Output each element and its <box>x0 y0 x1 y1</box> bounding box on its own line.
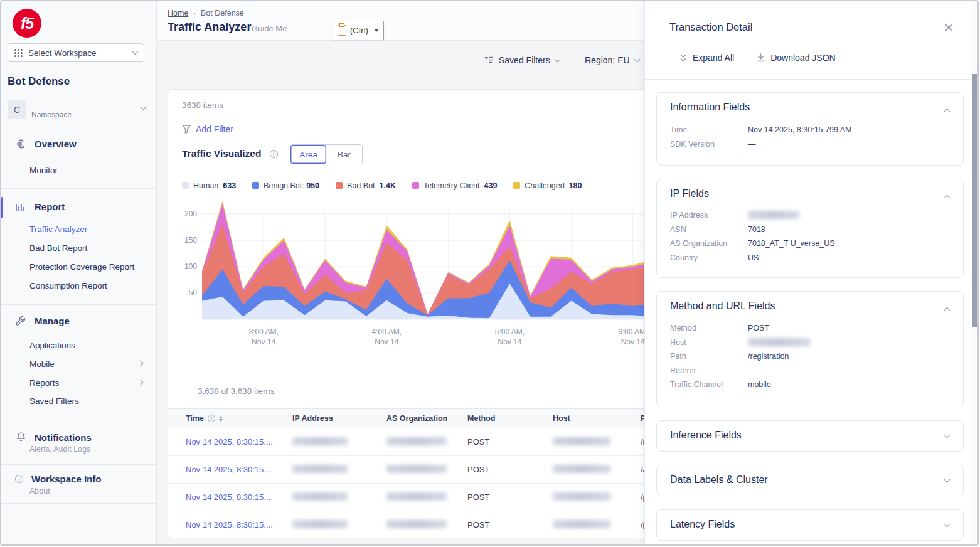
col-time[interactable]: Time <box>186 414 204 423</box>
svg-text:5:00 AM,: 5:00 AM, <box>495 327 525 336</box>
legend-item[interactable]: Benign Bot: 950 <box>252 181 319 190</box>
row-ip <box>292 520 386 530</box>
card-data-labels-cluster[interactable]: Data Labels & Cluster <box>656 465 964 496</box>
sidebar-item-protection-coverage-report[interactable]: Protection Coverage Report <box>29 262 134 272</box>
expand-icon[interactable] <box>944 521 951 528</box>
card-title: Data Labels & Cluster <box>670 474 768 486</box>
download-json-label: Download JSON <box>770 53 836 63</box>
breadcrumb-home-link[interactable]: Home <box>168 9 188 18</box>
field-value: /registration <box>748 352 789 361</box>
col-host[interactable]: Host <box>553 414 641 423</box>
items-count: 3638 items <box>182 100 223 110</box>
sidebar-section-notifications[interactable]: Notifications <box>15 432 92 443</box>
toggle-bar-button[interactable]: Bar <box>326 145 362 164</box>
vertical-scrollbar[interactable] <box>971 1 977 544</box>
card-inference-fields[interactable]: Inference Fields <box>656 420 964 452</box>
clipboard-icon <box>338 25 346 36</box>
sidebar-item-traffic-analyzer[interactable]: Traffic Analyzer <box>29 225 87 234</box>
row-as-organization <box>386 465 467 475</box>
scrollbar-thumb[interactable] <box>972 74 977 327</box>
close-icon[interactable] <box>944 23 954 33</box>
sidebar-section-workspace-info[interactable]: i Workspace Info <box>15 474 101 484</box>
sidebar-item-reports[interactable]: Reports <box>29 378 59 388</box>
table-row[interactable]: Nov 14 2025, 8:30:15....POST/r <box>168 428 647 456</box>
svg-text:3:00 AM,: 3:00 AM, <box>248 327 278 336</box>
blurred-value <box>386 437 447 445</box>
sidebar-item-bad-bot-report[interactable]: Bad Bot Report <box>29 243 87 253</box>
expand-all-label: Expand All <box>693 53 734 63</box>
card-latency-fields[interactable]: Latency Fields <box>656 509 964 541</box>
traffic-area-chart[interactable]: 501001502003:00 AM,Nov 144:00 AM,Nov 145… <box>179 196 647 354</box>
guide-me-link[interactable]: Guide Me <box>252 24 287 33</box>
row-ip <box>292 492 386 502</box>
download-icon <box>757 53 765 62</box>
namespace-selector[interactable]: C Namespace <box>8 100 151 123</box>
legend-item[interactable]: Human: 633 <box>182 181 236 190</box>
sidebar: f5 Select Workspace Bot Defense C Namesp… <box>1 1 157 544</box>
legend-item[interactable]: Bad Bot: 1.4K <box>336 181 396 190</box>
row-time-link[interactable]: Nov 14 2025, 8:30:15.... <box>186 437 292 447</box>
sidebar-item-monitor[interactable]: Monitor <box>29 166 58 175</box>
chevron-right-icon <box>137 380 144 386</box>
workspace-selector[interactable]: Select Workspace <box>8 43 144 62</box>
svg-text:4:00 AM,: 4:00 AM, <box>372 327 402 336</box>
traffic-visualized-title: Traffic Visualized <box>182 148 261 161</box>
expand-all-button[interactable]: Expand All <box>679 53 734 63</box>
expand-icon[interactable] <box>944 477 951 483</box>
svg-text:150: 150 <box>184 236 197 245</box>
download-json-button[interactable]: Download JSON <box>757 53 836 63</box>
paste-ctrl-popup[interactable]: (Ctrl) <box>333 21 384 40</box>
namespace-label: Namespace <box>31 110 72 119</box>
region-dropdown[interactable]: Region: EU <box>585 55 639 65</box>
product-title: Bot Defense <box>8 75 70 88</box>
table-row[interactable]: Nov 14 2025, 8:30:15....POST/p <box>168 484 647 511</box>
active-section-indicator <box>1 197 3 218</box>
row-time-link[interactable]: Nov 14 2025, 8:30:15.... <box>186 492 292 502</box>
col-method[interactable]: Method <box>467 414 553 423</box>
region-label: Region: EU <box>585 55 630 65</box>
sidebar-item-saved-filters[interactable]: Saved Filters <box>29 396 79 406</box>
collapse-icon[interactable] <box>944 307 951 314</box>
blurred-value <box>553 520 610 528</box>
info-icon[interactable]: i <box>270 150 278 158</box>
chevron-down-icon <box>554 56 560 63</box>
expand-icon[interactable] <box>944 432 951 438</box>
table-row[interactable]: Nov 14 2025, 8:30:15....POST/p <box>168 511 647 538</box>
chevron-down-icon <box>141 104 147 110</box>
sidebar-item-consumption-report[interactable]: Consumption Report <box>29 281 107 290</box>
row-host <box>553 520 641 530</box>
caret-down-icon[interactable] <box>374 29 379 32</box>
card-ip-fields: IP Fields IP Address ASN 7018 AS Organiz… <box>656 179 964 278</box>
sidebar-section-manage[interactable]: Manage <box>15 315 70 326</box>
col-as-organization[interactable]: AS Organization <box>386 414 467 423</box>
wrench-icon <box>15 315 26 326</box>
legend-item[interactable]: Telemetry Client: 439 <box>412 181 497 190</box>
namespace-avatar: C <box>8 100 26 119</box>
collapse-icon[interactable] <box>944 109 951 115</box>
row-time-link[interactable]: Nov 14 2025, 8:30:15.... <box>186 520 292 529</box>
field-value-redacted <box>748 338 811 348</box>
panel-title: Transaction Detail <box>669 21 752 33</box>
sidebar-section-report[interactable]: Report <box>15 201 65 212</box>
sidebar-item-overview[interactable]: Overview <box>15 138 77 149</box>
table-row[interactable]: Nov 14 2025, 8:30:15....POST/a <box>168 456 647 484</box>
saved-filters-label: Saved Filters <box>499 55 550 65</box>
sort-icon[interactable] <box>219 416 223 422</box>
sidebar-item-applications[interactable]: Applications <box>29 341 75 350</box>
svg-text:100: 100 <box>184 262 197 271</box>
add-filter-button[interactable]: Add Filter <box>182 124 233 134</box>
info-icon[interactable]: i <box>208 415 215 422</box>
col-ip-address[interactable]: IP Address <box>292 414 386 423</box>
row-time-link[interactable]: Nov 14 2025, 8:30:15.... <box>186 465 292 474</box>
toggle-area-button[interactable]: Area <box>290 145 326 164</box>
f5-logo-icon: f5 <box>13 9 41 38</box>
collapse-icon[interactable] <box>944 195 951 201</box>
row-method: POST <box>467 437 553 447</box>
legend-item[interactable]: Challenged: 180 <box>513 181 582 190</box>
svg-text:Nov 14: Nov 14 <box>498 337 521 346</box>
field-value: 7018 <box>748 225 765 234</box>
sidebar-item-mobile[interactable]: Mobile <box>29 359 55 369</box>
blurred-value <box>386 465 447 473</box>
filter-lines-icon <box>484 56 494 64</box>
saved-filters-dropdown[interactable]: Saved Filters <box>484 55 560 65</box>
